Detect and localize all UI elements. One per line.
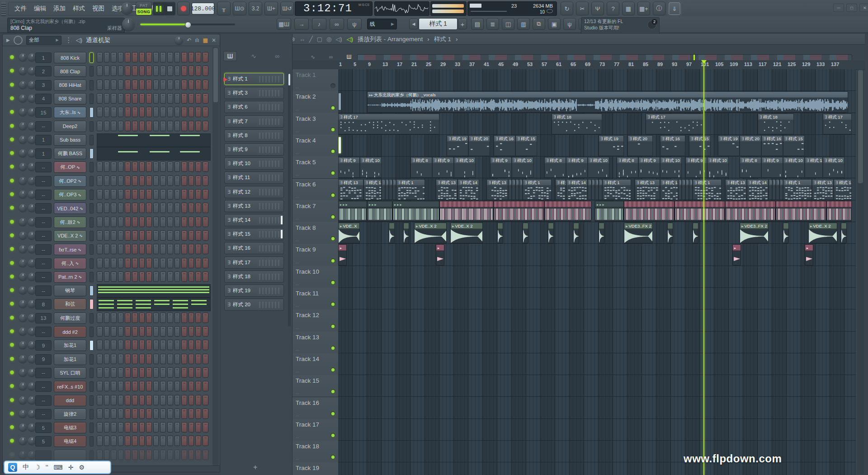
step-cell[interactable] <box>181 354 187 364</box>
step-cell[interactable] <box>146 217 152 227</box>
channel-button[interactable]: 和弦 <box>54 299 86 310</box>
channel-enable-led[interactable] <box>10 370 14 375</box>
step-cell[interactable] <box>97 244 103 254</box>
step-cell[interactable] <box>167 367 173 378</box>
channel-mute-strip[interactable] <box>90 135 94 145</box>
step-cell[interactable] <box>118 436 124 446</box>
copy-icon[interactable]: ⧉ <box>533 18 545 30</box>
step-cell[interactable] <box>160 271 166 282</box>
step-cell[interactable] <box>203 176 208 186</box>
pattern-clip[interactable]: ∃ <box>685 179 689 200</box>
step-cell[interactable] <box>153 450 159 460</box>
pattern-clip[interactable]: ∃样式 13 <box>486 179 508 200</box>
step-cell[interactable] <box>118 381 124 391</box>
step-cell[interactable] <box>97 107 103 117</box>
pattern-clip[interactable]: ∃样式 16 <box>660 135 685 156</box>
pattern-clip[interactable]: ∃样式 1 <box>602 179 631 200</box>
ime-moon-icon[interactable]: ☽ <box>34 464 40 471</box>
step-cell[interactable] <box>153 326 159 337</box>
step-cell[interactable] <box>132 436 138 446</box>
picker-pattern-item[interactable]: ∃样式 18 <box>224 271 284 283</box>
audio-clip-crash[interactable]: ▸VDE..X 2 <box>414 223 447 243</box>
step-cell[interactable] <box>111 326 117 337</box>
audio-clip-loop[interactable] <box>544 201 591 222</box>
browser-icon[interactable]: ∞ <box>330 18 344 30</box>
step-cell[interactable] <box>189 367 194 378</box>
step-cell[interactable] <box>111 189 117 200</box>
channel-volume-knob[interactable] <box>28 369 36 376</box>
channel-volume-knob[interactable] <box>28 232 36 239</box>
channel-pan-knob[interactable] <box>19 369 27 376</box>
step-cell[interactable] <box>104 354 110 364</box>
pattern-clip[interactable]: ∃样式 10 <box>707 157 729 178</box>
pattern-clip[interactable]: ∃样式 13 <box>555 179 566 200</box>
step-cell[interactable] <box>195 340 201 350</box>
step-cell[interactable] <box>104 80 110 90</box>
step-cell[interactable] <box>203 93 208 104</box>
step-cell[interactable] <box>189 189 194 200</box>
step-cell[interactable] <box>132 217 138 227</box>
track-lane[interactable] <box>338 332 856 353</box>
pattern-clip[interactable]: ∃样式 9 <box>432 157 454 178</box>
picker-scrollbar[interactable] <box>288 73 291 326</box>
step-cell[interactable] <box>132 381 138 391</box>
step-cell[interactable] <box>153 93 159 104</box>
channel-display-box[interactable]: 8 <box>35 299 52 309</box>
step-cell[interactable] <box>132 450 138 460</box>
step-cell[interactable] <box>195 162 201 172</box>
channel-pan-knob[interactable] <box>19 341 27 349</box>
track-led[interactable] <box>330 433 335 438</box>
step-cell[interactable] <box>104 244 110 254</box>
step-cell[interactable] <box>195 422 201 432</box>
pattern-clip[interactable]: ∃ <box>515 179 519 200</box>
step-cell[interactable] <box>104 107 110 117</box>
step-cell[interactable] <box>181 326 187 337</box>
step-cell[interactable] <box>153 271 159 282</box>
pattern-clip[interactable]: ∃ <box>776 179 779 200</box>
step-cell[interactable] <box>104 162 110 172</box>
step-cell[interactable] <box>104 313 110 323</box>
audio-clip-loop[interactable]: ▸ ▸ ▸ <box>392 201 439 222</box>
channel-display-box[interactable]: -- <box>35 258 52 269</box>
step-cell[interactable] <box>167 258 173 268</box>
step-cell[interactable] <box>167 381 173 391</box>
step-cell[interactable] <box>146 162 152 172</box>
step-cell[interactable] <box>175 162 180 172</box>
typing-keyboard-wait-icon[interactable]: Ш⊙ <box>233 2 246 15</box>
step-cell[interactable] <box>111 80 117 90</box>
step-cell[interactable] <box>104 367 110 378</box>
channel-volume-knob[interactable] <box>28 53 36 61</box>
step-cell[interactable] <box>132 244 138 254</box>
channel-display-box[interactable]: 1 <box>35 148 52 159</box>
step-cell[interactable] <box>146 93 152 104</box>
pattern-clip[interactable]: ∃样式 13 <box>725 179 747 200</box>
step-cell[interactable] <box>167 436 173 446</box>
step-cell[interactable] <box>181 121 187 131</box>
channel-display-box[interactable]: 15 <box>35 107 52 118</box>
step-cell[interactable] <box>146 354 152 364</box>
step-cell[interactable] <box>146 422 152 432</box>
channel-mute-strip[interactable] <box>90 285 94 296</box>
channel-volume-knob[interactable] <box>28 95 36 102</box>
piano-roll-2-icon[interactable]: ≣ <box>486 18 499 30</box>
step-cell[interactable] <box>111 381 117 391</box>
pattern-clip[interactable]: ∃样式 8 <box>617 157 638 178</box>
channel-button[interactable]: reFX..s #10 <box>54 381 86 392</box>
step-cell[interactable] <box>189 313 194 323</box>
channel-display-box[interactable]: -- <box>35 409 52 419</box>
track-led[interactable] <box>330 258 335 263</box>
swing-knob[interactable] <box>14 36 23 45</box>
channel-mute-strip[interactable] <box>90 244 94 255</box>
channel-volume-knob[interactable] <box>28 451 36 459</box>
channel-volume-knob[interactable] <box>28 410 36 418</box>
audio-clip-loop[interactable] <box>776 201 826 222</box>
channel-mini-preview[interactable] <box>97 298 211 311</box>
audio-clip-loop[interactable] <box>494 201 544 222</box>
track-led[interactable] <box>330 236 335 241</box>
step-cell[interactable] <box>175 422 180 432</box>
channel-pan-knob[interactable] <box>19 53 27 61</box>
step-cell[interactable] <box>146 189 152 200</box>
pattern-clip[interactable]: ∃样式 16 <box>494 135 515 156</box>
step-cell[interactable] <box>203 162 208 172</box>
step-cell[interactable] <box>195 450 201 460</box>
